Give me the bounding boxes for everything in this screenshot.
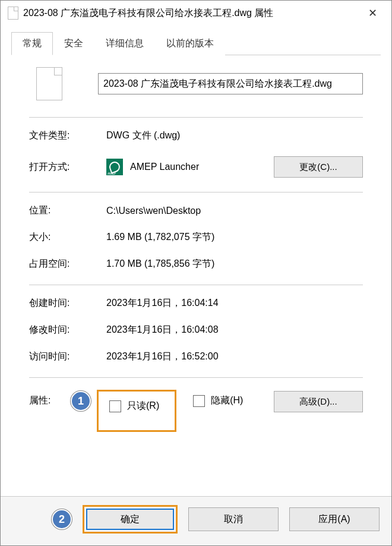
size-on-disk-label: 占用空间: (29, 258, 106, 270)
location-label: 位置: (29, 204, 106, 217)
location-value: C:\Users\wen\Desktop (106, 206, 363, 216)
annotation-highlight-readonly: 只读(R) (97, 390, 176, 432)
divider (29, 377, 363, 378)
titlebar: 2023-08 广东溢茂电子科技有限公司给水接表工程.dwg 属性 ✕ (1, 1, 391, 26)
created-value: 2023年1月16日，16:04:14 (106, 297, 363, 310)
tab-general[interactable]: 常规 (11, 32, 53, 55)
advanced-button[interactable]: 高级(D)... (274, 391, 363, 412)
tab-previous-versions[interactable]: 以前的版本 (155, 32, 225, 55)
window-title: 2023-08 广东溢茂电子科技有限公司给水接表工程.dwg 属性 (23, 7, 361, 20)
created-label: 创建时间: (29, 297, 106, 310)
modified-label: 修改时间: (29, 324, 106, 336)
opens-with-label: 打开方式: (29, 161, 106, 173)
tab-details[interactable]: 详细信息 (94, 32, 155, 55)
tabs: 常规 安全 详细信息 以前的版本 (11, 31, 381, 55)
filetype-label: 文件类型: (29, 130, 106, 142)
apply-button[interactable]: 应用(A) (289, 507, 380, 531)
divider (29, 285, 363, 285)
filetype-value: DWG 文件 (.dwg) (106, 130, 363, 142)
general-panel: 文件类型: DWG 文件 (.dwg) 打开方式: AMEP AMEP Laun… (11, 55, 381, 438)
document-icon (36, 67, 62, 100)
size-value: 1.69 MB (1,782,075 字节) (106, 231, 363, 244)
divider (29, 192, 363, 192)
file-icon (8, 7, 18, 20)
change-button[interactable]: 更改(C)... (274, 156, 363, 178)
readonly-checkbox[interactable] (109, 400, 121, 412)
hidden-checkbox[interactable] (193, 395, 205, 407)
annotation-badge-1: 1 (71, 391, 91, 411)
cancel-button[interactable]: 取消 (188, 507, 279, 531)
close-button[interactable]: ✕ (361, 4, 384, 22)
attributes-label: 属性: (29, 390, 71, 407)
modified-value: 2023年1月16日，16:04:08 (106, 324, 363, 336)
app-icon: AMEP (106, 159, 123, 175)
filename-input[interactable] (98, 73, 363, 94)
ok-button[interactable]: 确定 (86, 509, 174, 530)
annotation-badge-2: 2 (52, 509, 72, 529)
accessed-label: 访问时间: (29, 351, 106, 363)
divider (29, 117, 363, 118)
hidden-label[interactable]: 隐藏(H) (211, 394, 243, 407)
dialog-footer: 2 确定 取消 应用(A) (1, 496, 391, 545)
readonly-label[interactable]: 只读(R) (127, 400, 159, 412)
opens-with-value: AMEP Launcher (130, 162, 199, 172)
size-label: 大小: (29, 231, 106, 244)
tab-security[interactable]: 安全 (53, 32, 94, 55)
size-on-disk-value: 1.70 MB (1,785,856 字节) (106, 258, 363, 270)
annotation-highlight-ok: 确定 (83, 505, 178, 534)
accessed-value: 2023年1月16日，16:52:00 (106, 351, 363, 363)
